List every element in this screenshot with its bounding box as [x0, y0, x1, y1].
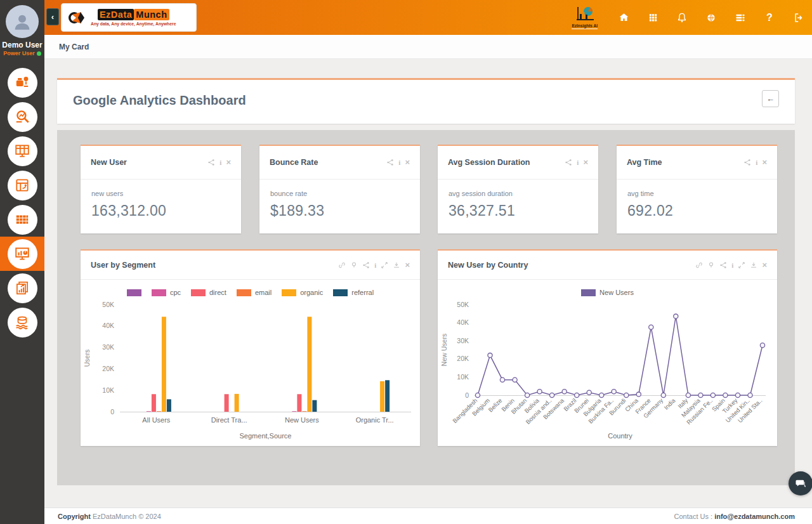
- share-icon[interactable]: [386, 159, 394, 166]
- close-icon[interactable]: ×: [405, 262, 410, 268]
- legend-label: cpc: [170, 289, 181, 296]
- close-icon[interactable]: ×: [762, 159, 767, 166]
- share-icon[interactable]: [743, 159, 751, 166]
- footer-copyright: Copyright EzDataMunch © 2024: [58, 513, 161, 520]
- data-list-icon[interactable]: [733, 11, 747, 25]
- new-user-by-country-line-chart[interactable]: 010K20K30K40K50KNew UsersBangladeshBelgi…: [438, 299, 777, 442]
- sidebar-item-dashboard[interactable]: [0, 237, 44, 271]
- svg-text:India: India: [662, 396, 677, 411]
- lightbulb-icon[interactable]: [707, 261, 715, 269]
- sidebar-item-report-monitor[interactable]: [0, 134, 44, 168]
- ezdatamunch-logo: EzDataMunch Any data, Any device, Anytim…: [61, 3, 197, 32]
- legend-swatch: [127, 289, 141, 296]
- chart-title: New User by Country: [448, 261, 528, 270]
- sidebar: Demo User Power User: [0, 0, 44, 524]
- legend-swatch: [282, 289, 296, 296]
- legend-label: referral: [351, 289, 374, 296]
- svg-text:Direct Tra...: Direct Tra...: [211, 416, 247, 424]
- sidebar-item-data-grid[interactable]: [0, 202, 44, 237]
- expand-icon[interactable]: [738, 261, 745, 269]
- online-status-dot: [37, 51, 41, 56]
- share-icon[interactable]: [719, 261, 727, 269]
- user-avatar[interactable]: [6, 5, 39, 38]
- close-icon[interactable]: ×: [405, 159, 410, 166]
- sidebar-item-search-analytics[interactable]: [0, 100, 44, 134]
- header-nav: EzInsights AI ?: [572, 0, 806, 35]
- person-icon: [11, 11, 33, 32]
- download-icon[interactable]: [750, 261, 757, 269]
- chart-card-user-by-segment: User by Segment i × cpcdirectemailorgani…: [81, 249, 420, 446]
- svg-text:30K: 30K: [102, 343, 114, 351]
- info-icon[interactable]: i: [731, 261, 733, 269]
- kpi-value: 36,327.51: [449, 202, 587, 219]
- download-icon[interactable]: [393, 261, 400, 269]
- legend-item[interactable]: [127, 289, 141, 296]
- svg-text:10K: 10K: [102, 386, 114, 394]
- share-icon[interactable]: [207, 159, 215, 166]
- legend-swatch: [237, 289, 251, 296]
- lightbulb-icon[interactable]: [350, 261, 358, 269]
- user-by-segment-bar-chart[interactable]: 010K20K30K40K50KUsersAll UsersDirect Tra…: [81, 299, 420, 442]
- globe-icon[interactable]: [704, 11, 718, 25]
- segment-chart-legend: cpcdirectemailorganicreferral: [81, 285, 420, 299]
- ezinsights-logo[interactable]: EzInsights AI: [572, 6, 598, 29]
- close-icon[interactable]: ×: [762, 262, 767, 268]
- svg-text:50K: 50K: [102, 301, 114, 308]
- dashboard-canvas: New User i × new users 163,312.00 Bounce…: [57, 130, 795, 485]
- chat-button[interactable]: [789, 471, 812, 495]
- notifications-bell-icon[interactable]: [675, 11, 689, 25]
- svg-text:0: 0: [465, 391, 469, 399]
- legend-label: direct: [209, 289, 226, 296]
- svg-text:20K: 20K: [457, 355, 469, 362]
- legend-label: email: [255, 289, 272, 296]
- info-icon[interactable]: i: [219, 159, 221, 166]
- link-icon[interactable]: [338, 261, 346, 269]
- user-role: Power User: [0, 50, 44, 56]
- data-extract-icon: [14, 74, 30, 91]
- brand-wordmark: EzDataMunch: [98, 9, 169, 20]
- info-icon[interactable]: i: [756, 159, 757, 166]
- kpi-card-bounce-rate: Bounce Rate i × bounce rate $189.33: [259, 145, 420, 233]
- country-chart-legend: New Users: [438, 285, 777, 299]
- chart-card-new-user-by-country: New User by Country i × New Users 010K20…: [438, 249, 777, 446]
- sidebar-item-report-doc[interactable]: [0, 271, 44, 305]
- home-icon[interactable]: [617, 11, 631, 25]
- tab-my-card[interactable]: My Card: [59, 43, 89, 51]
- kpi-label: avg session duration: [449, 190, 587, 197]
- kpi-toolbar: i ×: [565, 159, 588, 166]
- back-button[interactable]: ←: [762, 90, 779, 107]
- svg-text:30K: 30K: [457, 337, 469, 344]
- apps-grid-icon[interactable]: [646, 11, 660, 25]
- expand-icon[interactable]: [381, 261, 388, 269]
- legend-item[interactable]: New Users: [581, 289, 634, 296]
- legend-item[interactable]: direct: [191, 289, 226, 296]
- sidebar-item-layout-flow[interactable]: [0, 168, 44, 202]
- share-icon[interactable]: [565, 159, 572, 166]
- info-icon[interactable]: i: [398, 159, 400, 166]
- share-icon[interactable]: [362, 261, 370, 269]
- report-doc-icon: [14, 280, 30, 296]
- legend-item[interactable]: referral: [333, 289, 374, 296]
- sidebar-item-data-extract[interactable]: [0, 65, 44, 100]
- chart-toolbar: i ×: [338, 261, 410, 269]
- kpi-toolbar: i ×: [386, 159, 410, 166]
- info-icon[interactable]: i: [374, 261, 376, 269]
- close-icon[interactable]: ×: [583, 159, 588, 166]
- legend-item[interactable]: organic: [282, 289, 323, 296]
- close-icon[interactable]: ×: [226, 159, 231, 166]
- svg-text:All Users: All Users: [142, 416, 171, 424]
- kpi-value: 163,312.00: [91, 202, 230, 219]
- data-grid-icon: [14, 211, 30, 228]
- legend-item[interactable]: cpc: [152, 289, 181, 296]
- sidebar-item-data-stream[interactable]: [0, 305, 44, 339]
- kpi-title: New User: [91, 158, 127, 167]
- info-icon[interactable]: i: [577, 159, 579, 166]
- dashboard-title-card: Google Analytics Dashboard ←: [57, 78, 795, 124]
- legend-item[interactable]: email: [237, 289, 272, 296]
- link-icon[interactable]: [695, 261, 703, 269]
- sidebar-collapse-button[interactable]: ‹: [46, 8, 59, 25]
- help-icon[interactable]: ?: [763, 11, 776, 25]
- legend-swatch: [333, 289, 348, 296]
- kpi-label: avg time: [627, 190, 766, 197]
- logout-icon[interactable]: [792, 11, 806, 25]
